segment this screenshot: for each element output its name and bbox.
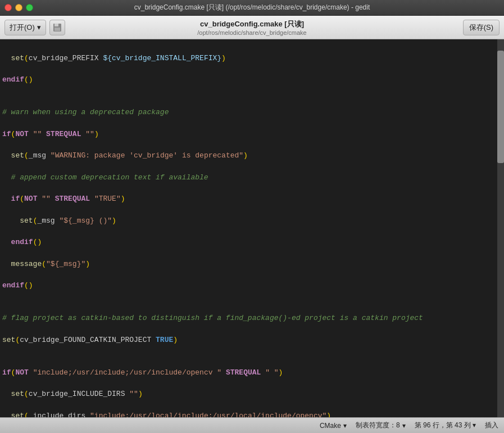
scrollbar-thumb[interactable] xyxy=(497,51,504,163)
code-line: set(_msg "WARNING: package 'cv_bridge' i… xyxy=(0,150,504,161)
minimize-button[interactable] xyxy=(15,4,22,11)
toolbar-filepath: /opt/ros/melodic/share/cv_bridge/cmake xyxy=(197,29,306,36)
titlebar: cv_bridgeConfig.cmake [只读] (/opt/ros/mel… xyxy=(0,0,504,16)
position-arrow-icon: ▾ xyxy=(473,421,476,429)
code-line: # append custom deprecation text if avai… xyxy=(0,172,504,183)
code-line: endif() xyxy=(0,74,504,85)
statusbar: CMake ▾ 制表符宽度：8 ▾ 第 96 行，第 43 列 ▾ 插入 xyxy=(0,417,504,433)
code-line: endif() xyxy=(0,280,504,291)
toolbar-filename: cv_bridgeConfig.cmake [只读] xyxy=(197,19,306,29)
close-button[interactable] xyxy=(4,4,12,11)
maximize-button[interactable] xyxy=(26,4,33,11)
svg-rect-1 xyxy=(55,24,58,26)
cmake-mode[interactable]: CMake ▾ xyxy=(320,422,347,430)
code-line: if(NOT "include;/usr/include;/usr/includ… xyxy=(0,367,504,378)
open-button[interactable]: 打开(O) ▾ xyxy=(4,20,46,35)
toolbar-center: cv_bridgeConfig.cmake [只读] /opt/ros/melo… xyxy=(197,19,306,36)
code-line: # flag project as catkin-based to distin… xyxy=(0,313,504,323)
code-line: if(NOT "" STREQUAL "") xyxy=(0,129,504,139)
scrollbar[interactable] xyxy=(497,39,504,417)
toolbar: 打开(O) ▾ cv_bridgeConfig.cmake [只读] /opt/… xyxy=(0,16,504,39)
tab-width[interactable]: 制表符宽度：8 ▾ xyxy=(356,421,406,430)
code-line: # warn when using a deprecated package xyxy=(0,107,504,118)
code-line: set(_msg "${_msg} ()") xyxy=(0,215,504,226)
floppy-icon xyxy=(52,22,62,33)
code-area: set(cv_bridge_PREFIX ${cv_bridge_INSTALL… xyxy=(0,39,504,417)
code-line: set(cv_bridge_INCLUDE_DIRS "") xyxy=(0,389,504,399)
window-controls[interactable] xyxy=(4,4,33,11)
insert-label: 插入 xyxy=(485,421,498,429)
insert-mode[interactable]: 插入 xyxy=(485,421,498,430)
code-line: set(_include_dirs "include;/usr/local/in… xyxy=(0,411,504,418)
cmake-label: CMake xyxy=(320,422,341,430)
svg-rect-2 xyxy=(55,28,60,31)
open-label: 打开(O) xyxy=(10,22,35,33)
code-line: set(cv_bridge_PREFIX ${cv_bridge_INSTALL… xyxy=(0,53,504,64)
tab-width-label: 制表符宽度：8 xyxy=(356,421,400,430)
code-line: message("${_msg}") xyxy=(0,259,504,269)
cursor-position: 第 96 行，第 43 列 ▾ xyxy=(415,421,476,430)
code-line: endif() xyxy=(0,237,504,247)
cmake-arrow-icon: ▾ xyxy=(343,422,347,430)
save-button[interactable]: 保存(S) xyxy=(463,20,500,35)
tab-width-arrow-icon: ▾ xyxy=(402,422,406,430)
code-line: if(NOT "" STREQUAL "TRUE") xyxy=(0,193,504,204)
open-arrow-icon: ▾ xyxy=(37,23,41,31)
code-line: set(cv_bridge_FOUND_CATKIN_PROJECT TRUE) xyxy=(0,335,504,345)
position-label: 第 96 行，第 43 列 xyxy=(415,421,471,429)
editor[interactable]: set(cv_bridge_PREFIX ${cv_bridge_INSTALL… xyxy=(0,39,504,417)
window-title: cv_bridgeConfig.cmake [只读] (/opt/ros/mel… xyxy=(134,3,370,12)
save-icon-button[interactable] xyxy=(49,20,65,35)
